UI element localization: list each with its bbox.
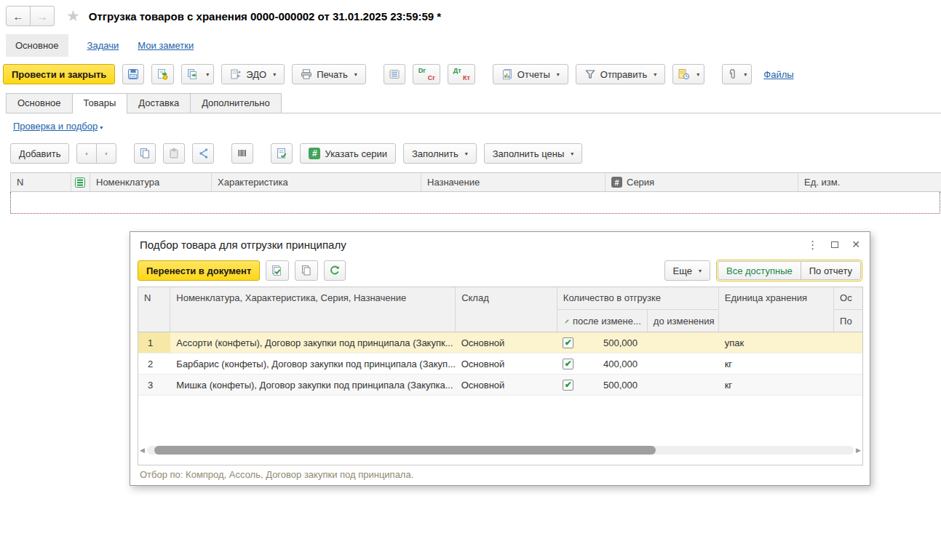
col-n: N [11,173,71,191]
scrollbar-thumb[interactable] [154,446,656,455]
attachments-button[interactable]: ▾ [722,64,752,84]
sel-col-rest-sub[interactable]: По [834,310,862,332]
selection-table: N Номенклатура, Характеристика, Серия, Н… [138,287,863,465]
row-qty-before [648,332,719,353]
add-row-button[interactable]: Добавить [10,143,69,164]
page-title: Отгрузка товаров с хранения 0000-000002 … [89,10,441,23]
view-by-report-button[interactable]: По отчету [801,261,861,280]
view-report-label: По отчету [809,265,852,276]
post-and-close-button[interactable]: Провести и закрыть [3,64,115,84]
row-rest [834,332,862,353]
transfer-to-document-button[interactable]: Перенести в документ [138,260,260,281]
form-tab-tasks[interactable]: Задачи [87,40,119,51]
row-checkbox[interactable]: ✔ [563,380,573,391]
sel-col-nomenclature[interactable]: Номенклатура, Характеристика, Серия, Наз… [170,287,456,332]
back-button[interactable]: ← [6,6,31,26]
forward-button[interactable]: → [30,6,55,26]
row-nomenclature: Ассорти (конфеты), Договор закупки под п… [170,332,455,353]
check-and-select-link[interactable]: Проверка и подбор [13,121,98,132]
dtkt-icon: ДтКт [453,67,470,81]
tab-additional[interactable]: Дополнительно [190,93,282,113]
post-document-button[interactable] [151,64,174,84]
row-unit: кг [719,375,834,395]
dropdown-caret-icon: ▾ [465,151,468,157]
sel-col-qty-group[interactable]: Количество в отгрузке после измене... до… [557,287,719,332]
dropdown-caret-icon: ▾ [557,71,560,78]
drcr-button[interactable]: DrCr [413,64,440,84]
split-row-button[interactable] [192,143,214,164]
documents-copy-icon [300,265,313,276]
row-rest [834,353,862,374]
tab-delivery[interactable]: Доставка [127,93,191,113]
table-row[interactable]: 3 Мишка (конфеты), Договор закупки под п… [138,375,862,396]
row-qty-after-cell: ✔ 500,000 [557,375,648,395]
register-records-button[interactable] [384,64,405,84]
move-up-button[interactable] [76,143,97,164]
sel-col-qty-after[interactable]: после измене... [557,310,648,332]
row-unit: упак [719,332,834,353]
series-hash-icon: # [309,148,320,159]
tab-goods[interactable]: Товары [72,93,128,113]
sel-col-rest-subheader: По [834,310,862,332]
fill-prices-button[interactable]: Заполнить цены ▾ [484,143,583,164]
row-checkbox[interactable]: ✔ [563,337,573,348]
send-button[interactable]: Отправить ▾ [576,64,665,84]
sel-col-qty-before[interactable]: до изменения [648,310,718,332]
close-icon[interactable]: ✕ [851,239,860,250]
scrollbar-track[interactable] [147,446,854,455]
specify-series-button[interactable]: # Указать серии [300,143,395,164]
print-button[interactable]: Печать ▾ [292,64,366,84]
sel-col-rest[interactable]: Ос По [834,287,862,332]
nomenclature-catalog-icon [75,177,85,188]
row-checkbox[interactable]: ✔ [563,359,573,369]
view-all-available-button[interactable]: Все доступные [718,261,801,280]
move-down-button[interactable] [96,143,116,164]
files-link[interactable]: Файлы [763,69,793,80]
table-row[interactable]: 1 Ассорти (конфеты), Договор закупки под… [138,332,862,353]
reports-button[interactable]: Отчеты ▾ [493,64,568,84]
form-tab-main[interactable]: Основное [6,34,68,57]
reports-icon [501,68,513,80]
form-tab-notes[interactable]: Мои заметки [138,40,194,51]
edo-button[interactable]: ЭДО ▾ [221,64,285,84]
scroll-left-icon[interactable]: ◀ [140,447,145,454]
col-purpose: Назначение [421,173,606,191]
forward-arrow-icon: → [37,10,48,23]
paste-button[interactable] [163,143,185,164]
tab-main[interactable]: Основное [6,93,73,113]
goods-table-empty-row[interactable] [10,192,940,214]
create-based-on-button[interactable]: ▾ [181,64,214,84]
move-row-group [76,143,116,164]
selection-modal: Подбор товара для отгрузки принципалу ⋮ … [130,231,870,486]
more-button[interactable]: Еще ▾ [664,260,710,281]
sel-col-unit-label: Единица хранения [725,292,807,303]
favorite-star-icon[interactable]: ★ [66,7,80,25]
fill-label: Заполнить [412,148,458,159]
select-all-button[interactable] [266,260,289,281]
refresh-button[interactable] [324,260,346,281]
save-button[interactable] [122,64,144,84]
sel-col-n[interactable]: N [138,287,170,332]
document-schedule-button[interactable]: ▾ [672,64,704,84]
sel-col-unit[interactable]: Единица хранения [719,287,834,332]
dtkt-button[interactable]: ДтКт [448,64,475,84]
arrow-up-icon [85,149,88,159]
document-tabs: Основное Товары Доставка Дополнительно [6,93,941,113]
copy-selection-button[interactable] [295,260,318,281]
scroll-right-icon[interactable]: ▶ [856,447,861,454]
barcode-scan-button[interactable] [231,143,253,164]
maximize-icon[interactable] [831,241,838,248]
fill-check-button[interactable] [271,143,293,164]
copy-icon [139,148,151,159]
sel-col-warehouse[interactable]: Склад [456,287,557,332]
row-qty-after: 400,000 [573,359,648,369]
col-unit: Ед. изм. [798,173,941,191]
copy-button[interactable] [134,143,156,164]
more-menu-kebab-icon[interactable]: ⋮ [807,239,818,250]
dr-label: Dr [418,67,426,74]
table-row[interactable]: 2 Барбарис (конфеты), Договор закупки по… [138,353,862,375]
dt-label: Дт [453,67,461,74]
filter-status-text: Отбор по: Компрод, Ассоль, Договор закуп… [140,469,413,480]
fill-button[interactable]: Заполнить ▾ [403,143,477,164]
command-bar: Провести и закрыть ▾ ЭДО ▾ Печать ▾ DrCr… [3,64,794,84]
